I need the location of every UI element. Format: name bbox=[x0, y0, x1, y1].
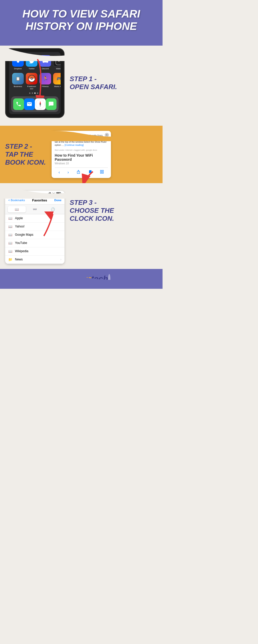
bookmarks-screen: 7:41 < Bookmarks Favorites Done 📖 👓 🕐 bbox=[5, 191, 64, 264]
list-item: 📖 Wikipedia bbox=[5, 247, 64, 256]
app-dock bbox=[11, 96, 59, 112]
page-title: HOW TO VIEW SAFARI HISTORY ON IPHONE bbox=[10, 8, 152, 33]
dock-mail[interactable] bbox=[24, 98, 35, 110]
step3-label: STEP 3 - CHOOSE THE CLOCK ICON. bbox=[70, 199, 114, 223]
forward-button[interactable]: › bbox=[68, 170, 69, 175]
svg-rect-7 bbox=[102, 170, 104, 172]
tabs-button[interactable] bbox=[100, 170, 104, 175]
dock-phone[interactable] bbox=[13, 98, 24, 110]
step2-label: STEP 2 - TAP THE BOOK ICON. bbox=[5, 142, 46, 167]
step1-label: STEP 1 - OPEN SAFARI. bbox=[70, 75, 117, 91]
tab-bookmarks[interactable]: 📖 bbox=[8, 206, 26, 213]
svg-point-4 bbox=[40, 104, 41, 105]
list-item: 📁 News › bbox=[5, 256, 64, 264]
app-mariokart: 🎮 Mario Kart bbox=[53, 73, 61, 90]
app-fitness: 🏃 Fitness bbox=[39, 73, 51, 90]
page-dots bbox=[11, 91, 59, 95]
arrow-step3 bbox=[39, 211, 59, 237]
svg-rect-8 bbox=[100, 172, 102, 173]
svg-rect-9 bbox=[102, 172, 104, 173]
svg-rect-6 bbox=[100, 170, 102, 172]
dock-messages[interactable] bbox=[46, 98, 57, 110]
app-pokemon: Pokémon GO bbox=[26, 73, 37, 90]
list-item: 📖 YouTube bbox=[5, 239, 64, 247]
dock-safari[interactable] bbox=[35, 98, 46, 110]
back-button[interactable]: ‹ bbox=[59, 170, 60, 175]
header-section: HOW TO VIEW SAFARI HISTORY ON IPHONE bbox=[0, 0, 163, 46]
app-business: 📋 Business bbox=[12, 73, 24, 90]
